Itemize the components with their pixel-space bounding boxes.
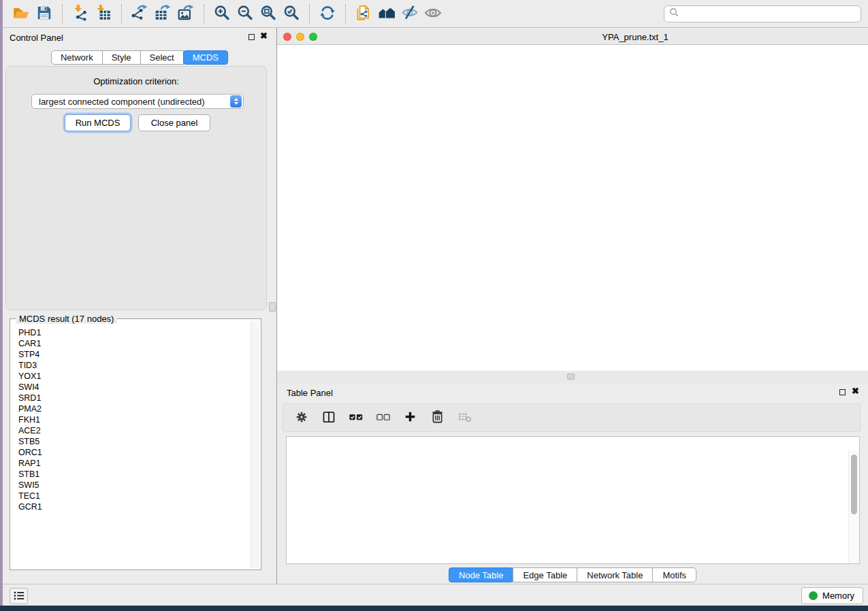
- tab-network[interactable]: Network: [51, 50, 103, 65]
- memory-button[interactable]: Memory: [801, 587, 863, 604]
- minimize-traffic-icon[interactable]: [296, 33, 304, 41]
- tab-style[interactable]: Style: [102, 50, 141, 65]
- folder-open-icon: [12, 4, 30, 24]
- horizontal-splitter-handle[interactable]: [567, 374, 575, 380]
- close-icon[interactable]: ✖: [260, 31, 268, 41]
- result-node[interactable]: PHD1: [18, 327, 250, 338]
- delete-column-button[interactable]: [429, 410, 446, 427]
- import-table-button[interactable]: [92, 3, 115, 24]
- run-mcds-button[interactable]: Run MCDS: [65, 114, 131, 131]
- save-session-button[interactable]: [33, 3, 56, 24]
- export-table-button[interactable]: [151, 3, 174, 24]
- network-window-titlebar[interactable]: YPA_prune.txt_1: [277, 29, 868, 45]
- result-node[interactable]: GCR1: [18, 501, 250, 512]
- mcds-result-list[interactable]: PHD1CAR1STP4TID3YOX1SWI4SRD1PMA2FKH1ACE2…: [12, 320, 250, 568]
- export-network-button[interactable]: [128, 3, 151, 24]
- mcds-result-box: MCDS result (17 nodes) PHD1CAR1STP4TID3Y…: [10, 318, 261, 570]
- result-node[interactable]: PMA2: [18, 403, 250, 414]
- float-icon[interactable]: [248, 34, 255, 40]
- network-view[interactable]: [277, 45, 868, 371]
- list-icon: [12, 589, 26, 604]
- import-table-icon: [95, 4, 112, 24]
- toolbar-separator: [204, 4, 204, 23]
- houses-icon: [378, 4, 396, 24]
- split-panel-button[interactable]: [320, 410, 337, 427]
- zoom-selected-button[interactable]: [280, 3, 303, 24]
- memory-label: Memory: [822, 591, 854, 601]
- show-graphics-details-button[interactable]: [421, 3, 445, 24]
- export-table-icon: [154, 4, 172, 24]
- close-icon[interactable]: ✖: [852, 386, 859, 396]
- tab-node-table[interactable]: Node Table: [449, 567, 514, 582]
- columns-icon: [322, 410, 336, 426]
- result-node[interactable]: SWI4: [18, 382, 250, 393]
- export-network-icon: [131, 4, 148, 24]
- refresh-button[interactable]: [316, 3, 339, 24]
- maximize-traffic-icon[interactable]: [309, 33, 317, 41]
- node-table[interactable]: [286, 436, 860, 564]
- search-icon: [669, 7, 679, 20]
- duplicate-network-button[interactable]: [352, 3, 375, 24]
- tab-motifs[interactable]: Motifs: [652, 567, 696, 582]
- result-scrollbar[interactable]: [251, 320, 259, 568]
- search-box[interactable]: [664, 5, 861, 22]
- select-all-rows-button[interactable]: [347, 410, 364, 427]
- task-history-button[interactable]: [10, 588, 28, 604]
- zoom-in-button[interactable]: [210, 3, 234, 24]
- tab-select[interactable]: Select: [140, 50, 184, 65]
- network-graph[interactable]: [277, 45, 868, 371]
- toolbar-separator: [62, 4, 63, 23]
- close-traffic-icon[interactable]: [283, 33, 291, 41]
- float-icon[interactable]: [839, 389, 846, 395]
- result-node[interactable]: STP4: [18, 349, 250, 360]
- table-settings-button[interactable]: [293, 410, 310, 427]
- table-panel: Table Panel ✖ Node TableEdge TableNetwor…: [277, 384, 868, 584]
- result-node[interactable]: SRD1: [18, 393, 250, 403]
- floppy-icon: [35, 4, 53, 24]
- tab-edge-table[interactable]: Edge Table: [513, 567, 577, 582]
- eye-slash-icon: [401, 4, 419, 24]
- result-node[interactable]: RAP1: [18, 458, 250, 469]
- uncheck-pair-icon: [376, 410, 391, 427]
- delete-table-button: [456, 410, 473, 427]
- import-network-button[interactable]: [69, 3, 92, 24]
- horizontal-splitter[interactable]: [277, 371, 868, 384]
- main-toolbar: [3, 0, 868, 28]
- result-node[interactable]: SWI5: [18, 480, 250, 491]
- result-node[interactable]: ORC1: [18, 447, 250, 458]
- result-node[interactable]: CAR1: [18, 338, 250, 349]
- table-header-row: [287, 437, 859, 449]
- result-node[interactable]: FKH1: [18, 414, 250, 425]
- deselect-all-rows-button[interactable]: [374, 410, 391, 427]
- vertical-splitter-handle[interactable]: [269, 302, 276, 312]
- mcds-panel: Optimization criterion: largest connecte…: [5, 66, 267, 310]
- control-panel-title: Control Panel: [10, 33, 63, 43]
- plus-icon: [404, 410, 417, 425]
- result-node[interactable]: STB5: [18, 436, 250, 447]
- gear-icon: [295, 410, 308, 426]
- zoom-out-button[interactable]: [234, 3, 257, 24]
- result-node[interactable]: TID3: [18, 360, 250, 371]
- open-session-button[interactable]: [10, 3, 33, 24]
- result-node[interactable]: STB1: [18, 469, 250, 480]
- export-image-button[interactable]: [174, 3, 197, 24]
- toolbar-buttons: [10, 3, 445, 24]
- optimization-select[interactable]: largest connected component (undirected): [31, 94, 244, 109]
- close-panel-button[interactable]: Close panel: [138, 114, 210, 131]
- tab-network-table[interactable]: Network Table: [577, 567, 653, 582]
- refresh-icon: [319, 4, 336, 24]
- scrollbar-thumb[interactable]: [851, 455, 857, 514]
- home-view-button[interactable]: [375, 3, 398, 24]
- table-scrollbar[interactable]: [848, 450, 859, 563]
- trash-icon: [430, 410, 445, 426]
- import-network-icon: [71, 4, 89, 24]
- result-node[interactable]: YOX1: [18, 371, 250, 382]
- add-column-button[interactable]: [402, 410, 419, 427]
- tab-mcds[interactable]: MCDS: [183, 50, 228, 65]
- toolbar-separator: [121, 4, 122, 23]
- search-input[interactable]: [682, 9, 856, 18]
- result-node[interactable]: ACE2: [18, 425, 250, 436]
- result-node[interactable]: TEC1: [18, 491, 250, 501]
- zoom-fit-button[interactable]: [257, 3, 280, 24]
- hide-graphics-details-button[interactable]: [398, 3, 421, 24]
